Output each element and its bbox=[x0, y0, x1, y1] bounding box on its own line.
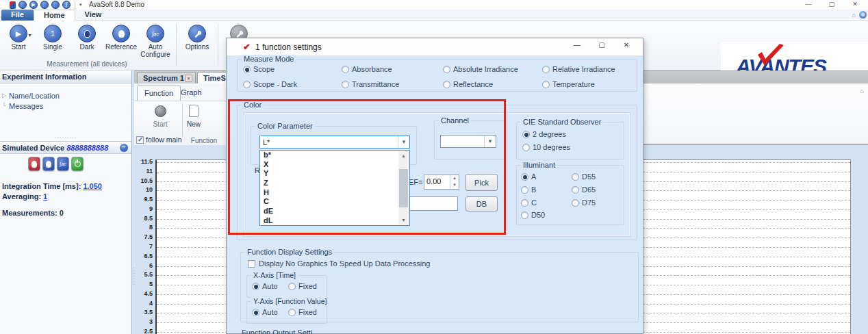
reference-bulb-icon bbox=[112, 25, 130, 42]
tree-item-name-location[interactable]: ▷Name/Location bbox=[1, 90, 131, 101]
reference-bulb-button[interactable] bbox=[42, 157, 55, 171]
menu-tab-home[interactable]: Home bbox=[34, 10, 75, 21]
separator bbox=[218, 23, 218, 66]
info-line: Averaging: 1 bbox=[2, 192, 102, 202]
ribbon-reference-button[interactable]: Reference bbox=[104, 25, 138, 51]
play-icon[interactable]: ▶ bbox=[29, 1, 38, 9]
function-start-label: Start bbox=[146, 120, 174, 128]
radio-scope[interactable]: Scope bbox=[243, 65, 275, 73]
ribbon-group-caption: Measurement (all devices) bbox=[1, 60, 173, 70]
radio-absolute-irradiance[interactable]: Absolute Irradiance bbox=[443, 65, 518, 73]
home-icon[interactable]: ⌂ bbox=[852, 12, 856, 18]
radio-a[interactable]: A bbox=[521, 172, 536, 181]
ribbon-dark-button[interactable]: Dark bbox=[70, 25, 104, 51]
chevron-down-icon[interactable]: ▼ bbox=[27, 33, 32, 38]
y-tick-label: 4 bbox=[130, 300, 153, 307]
y-axis-group: Y-Axis [Function Value] AutoFixed bbox=[246, 301, 327, 324]
function-start-button[interactable] bbox=[155, 105, 166, 117]
menu-tab-file[interactable]: File bbox=[1, 10, 34, 21]
experiment-information-header: Experiment Information bbox=[0, 70, 131, 84]
no-graphics-checkbox[interactable] bbox=[248, 260, 255, 268]
ribbon-tab-bar: FileHomeView ⌂ ⊕ bbox=[0, 10, 868, 21]
menu-tab-view[interactable]: View bbox=[75, 10, 112, 21]
radio-d55[interactable]: D55 bbox=[572, 172, 596, 181]
radio-reflectance[interactable]: Reflectance bbox=[443, 80, 493, 88]
device-header: Simulated Device 8888888888 − bbox=[0, 141, 131, 154]
jac-icon[interactable]: ∫ bbox=[62, 1, 71, 9]
ribbon-auto-button[interactable]: ∫ac AutoConfigure bbox=[138, 25, 173, 58]
info-line: Measurements: 0 bbox=[2, 208, 102, 218]
y-tick-label: 6 bbox=[130, 262, 153, 269]
radio-auto[interactable]: Auto bbox=[252, 282, 278, 290]
quick-access-toolbar[interactable]: ▶ ∫ ▾ bbox=[10, 1, 82, 9]
y-tick-label: 3 bbox=[130, 318, 153, 325]
function-group-caption: Function bbox=[185, 137, 223, 144]
info-line: Integration Time [ms]: 1.050 bbox=[2, 181, 102, 192]
panel-splitter-handle[interactable]: ········· bbox=[0, 136, 131, 141]
function-check-icon: ✔ bbox=[243, 42, 251, 52]
tree-item-messages[interactable]: └Messages bbox=[1, 101, 131, 111]
collapse-panel-icon[interactable]: − bbox=[120, 144, 128, 152]
dialog-close-button[interactable]: ✕ bbox=[614, 41, 639, 49]
dialog-title-bar[interactable]: ✔ 1 function settings — ▢ ✕ bbox=[227, 38, 643, 56]
y-tick-label: 10.5 bbox=[130, 177, 153, 184]
close-icon[interactable]: × bbox=[185, 75, 192, 82]
dark-bulb-button[interactable] bbox=[28, 157, 40, 171]
jac-button[interactable]: ∫ac bbox=[57, 157, 69, 171]
radio-b[interactable]: B bbox=[521, 185, 536, 194]
radio-auto[interactable]: Auto bbox=[252, 308, 278, 316]
new-function-button[interactable] bbox=[189, 105, 199, 117]
radio-transmittance[interactable]: Transmittance bbox=[342, 80, 399, 88]
y-tick-label: 9.5 bbox=[130, 196, 153, 203]
y-tick-label: 8.5 bbox=[130, 215, 153, 222]
radio-10-degrees[interactable]: 10 degrees bbox=[522, 143, 570, 151]
device-serial: 8888888888 bbox=[66, 144, 108, 152]
no-graphics-label: Display No Graphics To Speed Up Data Pro… bbox=[259, 259, 430, 268]
ribbon-single-button[interactable]: 1 Single bbox=[36, 25, 70, 51]
y-tick-label: 7 bbox=[130, 243, 153, 250]
left-panel: Experiment Information ▷Name/Location└Me… bbox=[0, 70, 132, 334]
radio-2-degrees[interactable]: 2 degrees bbox=[522, 130, 566, 138]
radio-d65[interactable]: D65 bbox=[572, 185, 596, 194]
info-value: 0 bbox=[60, 209, 64, 217]
window-minimize-button[interactable]: — bbox=[797, 0, 820, 9]
radio-temperature[interactable]: Temperature bbox=[542, 80, 595, 88]
radio-fixed[interactable]: Fixed bbox=[288, 308, 317, 316]
y-tick-label: 8 bbox=[130, 224, 153, 231]
ribbon-options-button[interactable]: Options bbox=[180, 25, 214, 51]
dark-bulb-icon[interactable] bbox=[40, 1, 49, 9]
tab-spectrum-1[interactable]: Spectrum 1 × bbox=[137, 72, 196, 84]
y-tick-label: 11.5 bbox=[130, 158, 153, 165]
function-output-settings-partial-label: Function Output Setti bbox=[242, 329, 312, 334]
y-tick-label: 10 bbox=[130, 186, 153, 193]
info-value[interactable]: 1 bbox=[43, 192, 47, 201]
window-maximize-button[interactable]: ▢ bbox=[820, 0, 843, 9]
measure-mode-group: Measure Mode ScopeAbsorbanceAbsolute Irr… bbox=[237, 59, 637, 92]
dialog-minimize-button[interactable]: — bbox=[565, 41, 589, 49]
collapse-toolbar-icon[interactable]: ⌂ bbox=[860, 88, 864, 94]
window-close-button[interactable]: ✕ bbox=[843, 0, 867, 9]
info-value[interactable]: 1.050 bbox=[83, 182, 102, 190]
power-button[interactable] bbox=[71, 157, 84, 171]
wrench-icon[interactable] bbox=[18, 1, 27, 9]
reference-bulb-icon[interactable] bbox=[51, 1, 60, 9]
radio-relative-irradiance[interactable]: Relative Irradiance bbox=[542, 65, 615, 73]
radio-fixed[interactable]: Fixed bbox=[288, 282, 317, 290]
new-function-label: New bbox=[183, 120, 204, 128]
illuminant-group: Illuminant ABCD50D55D65D75 bbox=[516, 165, 624, 225]
globe-icon[interactable]: ⊕ bbox=[859, 11, 867, 18]
radio-d50[interactable]: D50 bbox=[521, 211, 545, 219]
app-icon bbox=[10, 1, 16, 9]
ribbon-start-button[interactable]: ▶ ▼ Start bbox=[1, 25, 36, 51]
qat-customize-caret-icon[interactable]: ▾ bbox=[79, 2, 82, 8]
follow-main-checkbox[interactable] bbox=[136, 136, 144, 144]
play-icon: ▶ bbox=[10, 25, 27, 42]
tab-graph[interactable]: Graph bbox=[174, 86, 209, 101]
radio-d75[interactable]: D75 bbox=[572, 198, 596, 207]
radio-c[interactable]: C bbox=[521, 198, 537, 207]
cie-observer-group: CIE Standard Observer 2 degrees10 degree… bbox=[516, 122, 624, 159]
radio-absorbance[interactable]: Absorbance bbox=[342, 65, 392, 73]
title-bar: ▶ ∫ ▾ AvaSoft 8.8 Demo — ▢ ✕ bbox=[0, 0, 868, 10]
radio-scope-dark[interactable]: Scope - Dark bbox=[243, 80, 297, 88]
dialog-maximize-button[interactable]: ▢ bbox=[589, 41, 614, 49]
